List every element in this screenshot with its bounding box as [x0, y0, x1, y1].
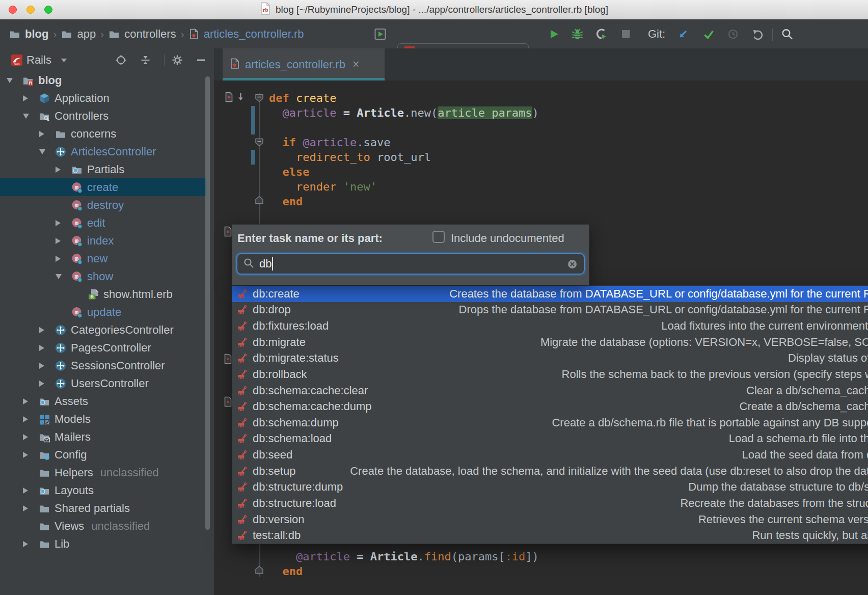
task-search-input[interactable]: db	[236, 253, 585, 275]
task-row-db-migrate-status[interactable]: db:migrate:statusDisplay status of migra…	[232, 350, 868, 367]
task-row-db-fixtures-load[interactable]: db:fixtures:loadLoad fixtures into the c…	[232, 318, 868, 334]
checkbox-label[interactable]: Include undocumented	[451, 232, 564, 245]
breadcrumb-item-app[interactable]: app	[61, 28, 96, 41]
task-row-db-schema-load[interactable]: db:schema:loadLoad a schema.rb file into…	[232, 431, 868, 447]
tab-close-icon[interactable]: ×	[352, 58, 359, 71]
window-zoom-button[interactable]	[44, 6, 52, 14]
breadcrumb-item-blog[interactable]: blog	[9, 28, 48, 41]
gutter-file-icon[interactable]	[224, 226, 232, 237]
run-with-coverage-button[interactable]	[595, 28, 608, 40]
gutter-file-icon[interactable]	[224, 354, 232, 364]
tree-item-views[interactable]: Viewsunclassified	[0, 517, 214, 535]
chevron-collapsed-icon[interactable]	[39, 363, 44, 369]
task-row-db-setup[interactable]: db:setupCreate the database, load the sc…	[232, 463, 868, 479]
rollback-icon[interactable]	[752, 28, 764, 40]
tree-item-create[interactable]: mcreate	[0, 178, 206, 196]
gutter-arrow-down-icon[interactable]	[236, 92, 245, 102]
task-row-test-all-db[interactable]: test:all:dbRun tests quickly, but also r…	[232, 527, 868, 544]
tree-item-config[interactable]: Config	[0, 446, 214, 464]
gutter-file-icon[interactable]	[224, 396, 232, 407]
chevron-collapsed-icon[interactable]	[39, 327, 44, 333]
task-row-db-drop[interactable]: db:dropDrops the database from DATABASE_…	[232, 302, 868, 318]
tree-item-categoriescontroller[interactable]: CategoriesController	[0, 321, 214, 339]
search-everywhere-icon[interactable]	[781, 28, 793, 40]
fold-marker-icon[interactable]	[255, 138, 264, 147]
run-tool-window-icon[interactable]	[374, 28, 386, 40]
run-button[interactable]	[549, 29, 560, 40]
chevron-collapsed-icon[interactable]	[23, 416, 28, 422]
chevron-collapsed-icon[interactable]	[56, 220, 61, 226]
chevron-down-icon[interactable]	[60, 57, 68, 63]
chevron-expanded-icon[interactable]	[7, 78, 13, 83]
scroll-to-source-icon[interactable]	[115, 54, 127, 66]
fold-marker-icon[interactable]	[255, 94, 264, 102]
tree-item-blog[interactable]: Rblog	[0, 71, 214, 89]
chevron-collapsed-icon[interactable]	[23, 398, 28, 404]
tree-item-sessionscontroller[interactable]: SessionsController	[0, 357, 214, 374]
chevron-collapsed-icon[interactable]	[23, 541, 28, 547]
task-row-db-rollback[interactable]: db:rollbackRolls the schema back to the …	[232, 366, 868, 383]
chevron-collapsed-icon[interactable]	[56, 238, 61, 244]
tree-item-helpers[interactable]: Helpersunclassified	[0, 464, 214, 481]
include-undocumented-checkbox[interactable]	[432, 231, 445, 243]
tree-item-update[interactable]: mupdate	[0, 303, 214, 321]
chevron-collapsed-icon[interactable]	[39, 131, 44, 137]
chevron-expanded-icon[interactable]	[39, 149, 45, 154]
chevron-expanded-icon[interactable]	[56, 274, 62, 279]
clear-search-icon[interactable]	[567, 259, 578, 269]
task-row-db-structure-dump[interactable]: db:structure:dumpDump the database struc…	[232, 479, 868, 496]
chevron-collapsed-icon[interactable]	[39, 381, 44, 387]
stop-button[interactable]	[620, 29, 632, 40]
tree-item-destroy[interactable]: mdestroy	[0, 196, 214, 214]
gutter-file-icon[interactable]	[225, 92, 233, 102]
task-row-db-migrate[interactable]: db:migrateMigrate the database (options:…	[232, 334, 868, 350]
tree-item-lib[interactable]: Lib	[0, 535, 214, 553]
task-row-db-structure-load[interactable]: db:structure:loadRecreate the databases …	[232, 495, 868, 511]
chevron-collapsed-icon[interactable]	[23, 505, 28, 511]
fold-end-marker-icon[interactable]	[255, 196, 264, 204]
tree-scrollbar[interactable]	[205, 76, 210, 530]
task-row-db-schema-cache-dump[interactable]: db:schema:cache:dumpCreate a db/schema_c…	[232, 398, 868, 415]
collapse-all-icon[interactable]	[140, 54, 151, 66]
tree-item-partials[interactable]: Partials	[0, 160, 214, 178]
breadcrumb-item-controllers[interactable]: controllers	[108, 28, 176, 41]
git-commit-icon[interactable]	[703, 28, 715, 40]
tree-item-mailers[interactable]: Mailers	[0, 428, 214, 446]
task-row-db-schema-dump[interactable]: db:schema:dumpCreate a db/schema.rb file…	[232, 415, 868, 431]
tree-item-models[interactable]: Models	[0, 410, 214, 428]
tree-item-articlescontroller[interactable]: ArticlesController	[0, 143, 214, 160]
tree-item-concerns[interactable]: concerns	[0, 125, 214, 143]
fold-end-marker-icon[interactable]	[255, 565, 264, 574]
task-row-db-seed[interactable]: db:seedLoad the seed data from db/seeds.…	[232, 447, 868, 463]
chevron-collapsed-icon[interactable]	[23, 488, 28, 494]
history-icon[interactable]	[727, 29, 739, 40]
tree-item-show-html-erb[interactable]: Rshow.html.erb	[0, 285, 214, 303]
git-update-project-icon[interactable]	[677, 29, 689, 40]
chevron-collapsed-icon[interactable]	[23, 452, 28, 458]
tree-item-index[interactable]: mindex	[0, 232, 214, 250]
task-row-db-version[interactable]: db:versionRetrieves the current schema v…	[232, 511, 868, 528]
tree-item-pagescontroller[interactable]: PagesController	[0, 339, 214, 357]
window-minimize-button[interactable]	[26, 6, 35, 14]
task-row-db-schema-cache-clear[interactable]: db:schema:cache:clearClear a db/schema_c…	[232, 383, 868, 399]
tree-item-controllers[interactable]: Controllers	[0, 107, 214, 125]
chevron-expanded-icon[interactable]	[23, 114, 29, 119]
tree-item-application[interactable]: Application	[0, 89, 214, 107]
chevron-collapsed-icon[interactable]	[56, 256, 61, 262]
window-close-button[interactable]	[9, 6, 17, 14]
chevron-collapsed-icon[interactable]	[23, 95, 28, 101]
tree-item-userscontroller[interactable]: UsersController	[0, 374, 214, 392]
tree-item-show[interactable]: mshow	[0, 267, 214, 285]
tab-articles-controller[interactable]: articles_controller.rb ×	[223, 48, 385, 80]
chevron-collapsed-icon[interactable]	[39, 345, 44, 351]
gear-icon[interactable]	[171, 54, 183, 66]
tree-item-shared-partials[interactable]: Shared partials	[0, 499, 214, 517]
tree-item-edit[interactable]: medit	[0, 214, 214, 232]
tree-item-new[interactable]: mnew	[0, 250, 214, 267]
breadcrumb-item-articles-controller-rb[interactable]: articles_controller.rb	[189, 28, 304, 41]
tool-window-title[interactable]: Rails	[26, 53, 51, 67]
hide-tool-window-icon[interactable]	[196, 55, 207, 66]
task-row-db-create[interactable]: db:createCreates the database from DATAB…	[232, 286, 868, 302]
chevron-collapsed-icon[interactable]	[23, 434, 28, 440]
chevron-collapsed-icon[interactable]	[56, 167, 61, 173]
